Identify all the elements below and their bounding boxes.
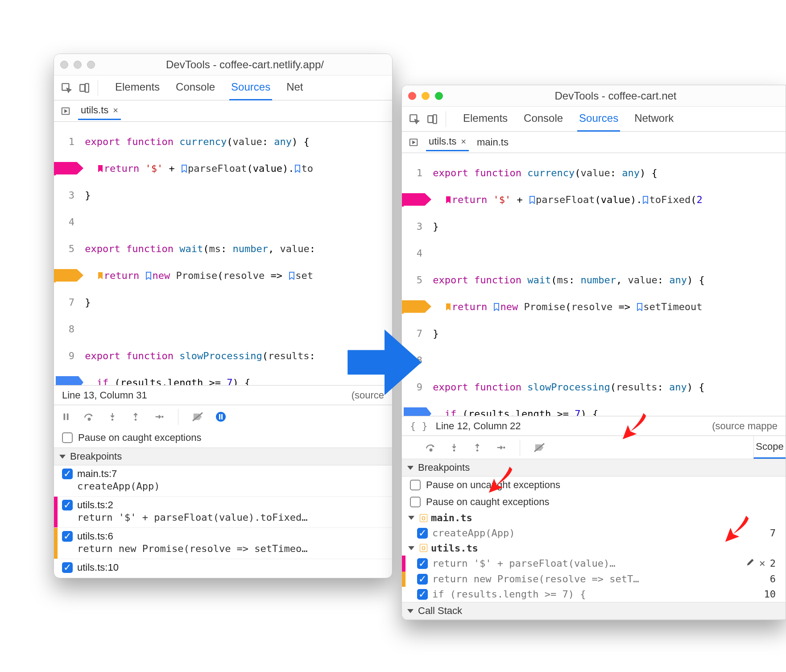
edit-icon[interactable] <box>746 558 755 569</box>
breakpoints-header[interactable]: Breakpoints <box>402 459 786 477</box>
file-tab-utils[interactable]: utils.ts × <box>78 102 121 120</box>
step-over-icon[interactable] <box>83 410 96 423</box>
pretty-print-icon[interactable]: { } <box>410 420 428 431</box>
file-tab-utils[interactable]: utils.ts × <box>426 133 469 151</box>
navigator-icon[interactable] <box>406 135 421 149</box>
pause-caught-row[interactable]: Pause on caught exceptions <box>402 494 786 510</box>
close-dot[interactable] <box>408 92 416 100</box>
breakpoint-list: ✓main.ts:7 createApp(App) ✓utils.ts:2 re… <box>54 465 392 578</box>
svg-rect-11 <box>219 414 220 419</box>
breakpoint-item[interactable]: ✓utils.ts:6 return new Promise(resolve =… <box>54 528 392 559</box>
tab-console[interactable]: Console <box>174 75 217 100</box>
file-tab-label: main.ts <box>477 137 509 148</box>
checkbox-checked[interactable]: ✓ <box>62 562 73 573</box>
tab-console[interactable]: Console <box>522 106 565 132</box>
min-dot[interactable] <box>422 92 430 100</box>
svg-point-6 <box>88 418 91 420</box>
file-tab-main[interactable]: main.ts <box>474 134 511 151</box>
navigator-icon[interactable] <box>58 104 73 118</box>
traffic-lights <box>60 61 95 69</box>
window-title: DevTools - coffee-cart.netlify.app/ <box>104 58 386 71</box>
checkbox-checked[interactable]: ✓ <box>417 558 428 569</box>
checkbox-unchecked[interactable] <box>410 480 421 490</box>
checkbox-checked[interactable]: ✓ <box>62 531 73 542</box>
step-out-icon[interactable] <box>471 441 484 454</box>
pause-exceptions-icon[interactable] <box>214 410 228 423</box>
bp-group-header[interactable]: o main.ts <box>402 510 786 525</box>
svg-rect-15 <box>433 115 437 124</box>
max-dot[interactable] <box>87 61 95 69</box>
bp-group-header[interactable]: o utils.ts <box>402 541 786 556</box>
tab-sources[interactable]: Sources <box>229 75 272 100</box>
source-map-label: (source mappe <box>712 420 778 432</box>
breakpoint-item[interactable]: ✓utils.ts:2 return '$' + parseFloat(valu… <box>54 497 392 528</box>
pause-caught-row[interactable]: Pause on caught exceptions <box>54 428 392 448</box>
breakpoint-item[interactable]: ✓ return '$' + parseFloat(value)… × 2 <box>402 556 786 572</box>
code-editor[interactable]: 1 export function currency(value: any) {… <box>54 122 392 385</box>
deactivate-breakpoints-icon[interactable] <box>533 441 546 454</box>
step-over-icon[interactable] <box>424 441 438 454</box>
svg-rect-1 <box>80 84 85 91</box>
file-tab-row: utils.ts × main.ts <box>402 132 786 153</box>
tab-elements[interactable]: Elements <box>461 106 509 132</box>
svg-rect-2 <box>85 83 89 92</box>
tab-network[interactable]: Network <box>633 106 675 132</box>
close-icon[interactable]: × <box>113 105 118 116</box>
code-editor[interactable]: 1 export function currency(value: any) {… <box>402 153 786 416</box>
deactivate-breakpoints-icon[interactable] <box>191 410 204 423</box>
annotation-arrow-blue <box>343 321 426 403</box>
breakpoint-item[interactable]: ✓ if (results.length >= 7) { 10 <box>402 587 786 602</box>
tab-network[interactable]: Net <box>285 75 305 100</box>
min-dot[interactable] <box>74 61 82 69</box>
svg-point-10 <box>216 412 226 422</box>
checkbox-unchecked[interactable] <box>62 432 73 443</box>
breakpoint-item[interactable]: ✓utils.ts:10 <box>54 559 392 578</box>
breakpoints-header[interactable]: Breakpoints <box>54 448 392 465</box>
step-into-icon[interactable] <box>106 410 119 423</box>
callstack-header[interactable]: Call Stack <box>402 602 786 620</box>
device-icon[interactable] <box>77 81 91 95</box>
breakpoint-item[interactable]: ✓ createApp(App) 7 <box>402 525 786 540</box>
svg-point-9 <box>161 415 164 418</box>
step-icon[interactable] <box>152 410 165 423</box>
tab-elements[interactable]: Elements <box>113 75 161 100</box>
disclosure-triangle-icon <box>407 466 414 470</box>
svg-point-8 <box>135 419 137 421</box>
close-dot[interactable] <box>60 61 68 69</box>
delete-icon[interactable]: × <box>759 557 765 570</box>
file-tab-label: utils.ts <box>81 104 108 116</box>
debugger-toolbar <box>54 405 392 428</box>
pause-uncaught-row[interactable]: Pause on uncaught exceptions <box>402 477 786 494</box>
device-icon[interactable] <box>425 112 439 126</box>
max-dot[interactable] <box>435 92 443 100</box>
pause-uncaught-label: Pause on uncaught exceptions <box>426 479 560 491</box>
pause-icon[interactable] <box>59 410 73 423</box>
breakpoint-item[interactable]: ✓main.ts:7 createApp(App) <box>54 465 392 497</box>
step-icon[interactable] <box>494 441 507 454</box>
status-bar: Line 13, Column 31 (source <box>54 385 392 405</box>
step-out-icon[interactable] <box>129 410 142 423</box>
cursor-position: Line 12, Column 22 <box>428 420 712 432</box>
checkbox-checked[interactable]: ✓ <box>417 589 428 600</box>
devtools-window-b: DevTools - coffee-cart.net Elements Cons… <box>401 85 786 620</box>
checkbox-checked[interactable]: ✓ <box>62 500 73 510</box>
step-into-icon[interactable] <box>447 441 461 454</box>
inspect-icon[interactable] <box>407 112 422 126</box>
checkbox-checked[interactable]: ✓ <box>417 528 428 539</box>
scope-tab[interactable]: Scope <box>753 436 786 459</box>
panel-tabs: Elements Console Sources Net <box>113 75 305 100</box>
checkbox-unchecked[interactable] <box>410 497 421 507</box>
devtools-window-a: DevTools - coffee-cart.netlify.app/ Elem… <box>54 54 393 578</box>
color-marker <box>402 572 405 587</box>
close-icon[interactable]: × <box>461 137 466 147</box>
checkbox-checked[interactable]: ✓ <box>417 574 428 585</box>
color-marker <box>402 556 405 572</box>
main-toolbar: Elements Console Sources Net <box>54 75 392 100</box>
titlebar: DevTools - coffee-cart.netlify.app/ <box>54 54 392 75</box>
checkbox-checked[interactable]: ✓ <box>62 469 73 479</box>
disclosure-triangle-icon <box>408 516 414 520</box>
tab-sources[interactable]: Sources <box>577 106 620 132</box>
inspect-icon[interactable] <box>59 81 74 95</box>
breakpoint-item[interactable]: ✓ return new Promise(resolve => setT… 6 <box>402 572 786 587</box>
svg-rect-14 <box>428 116 433 122</box>
